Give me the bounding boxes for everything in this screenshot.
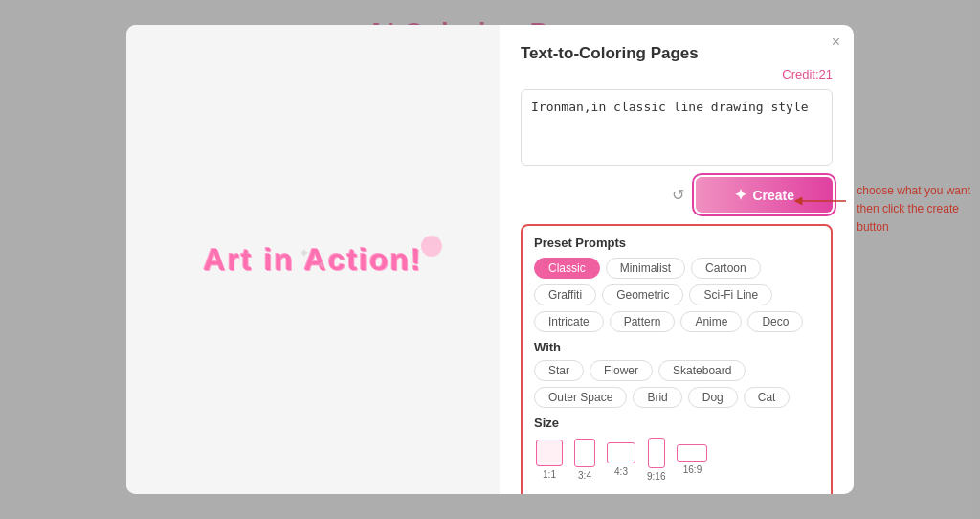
tag-anime[interactable]: Anime [680,311,742,332]
tag-skateboard[interactable]: Skateboard [658,360,746,381]
size-1x1-icon [536,440,563,466]
controls-row: ↺ ✦ Create [521,177,833,213]
modal-container: ✦ ✧ Art in Action! × Text-to-Coloring Pa… [126,25,854,494]
tag-intricate[interactable]: Intricate [534,311,604,332]
tag-cartoon[interactable]: Cartoon [691,258,761,279]
size-16x9[interactable]: 16:9 [675,442,709,477]
with-tags-row: Star Flower Skateboard Outer Space Brid … [534,360,819,408]
prompt-input[interactable]: Ironman,in classic line drawing style [521,89,833,166]
credit-display: Credit:21 [521,67,833,81]
size-3x4-label: 3:4 [578,470,591,481]
style-tags-row: Classic Minimalist Cartoon Graffiti Geom… [534,258,819,332]
annotation-area: choose what you want then click the crea… [793,182,970,237]
size-16x9-label: 16:9 [683,464,702,475]
size-16x9-icon [677,444,707,462]
history-row: 🕐 History(4 / 5) [534,493,819,494]
tag-star[interactable]: Star [534,360,584,381]
star-decoration: ✦ [299,245,310,260]
preset-prompts-section: Preset Prompts Classic Minimalist Cartoo… [521,224,833,494]
tag-pattern[interactable]: Pattern [610,311,676,332]
size-1x1[interactable]: 1:1 [534,438,565,482]
tag-dog[interactable]: Dog [688,387,738,408]
size-9x16-icon [648,438,665,468]
create-label: Create [752,188,794,203]
size-label: Size [534,416,819,430]
modal-title: Text-to-Coloring Pages [521,44,833,63]
tag-scifi[interactable]: Sci-Fi Line [689,284,772,305]
tag-classic[interactable]: Classic [534,258,600,279]
arrow-icon [793,187,851,215]
size-9x16-label: 9:16 [647,471,665,482]
tag-brid[interactable]: Brid [633,387,681,408]
history-clock-icon: 🕐 [534,493,553,494]
tag-outer-space[interactable]: Outer Space [534,387,627,408]
modal-right-panel: × Text-to-Coloring Pages Credit:21 Ironm… [500,25,854,494]
size-3x4-icon [574,439,595,467]
tag-geometric[interactable]: Geometric [602,284,683,305]
tag-minimalist[interactable]: Minimalist [606,258,685,279]
tag-graffiti[interactable]: Graffiti [534,284,596,305]
annotation-text: choose what you want then click the crea… [857,182,970,237]
modal-left-panel: ✦ ✧ Art in Action! [126,25,500,494]
art-in-action-text: Art in Action! [203,241,422,278]
reset-button[interactable]: ↺ [668,182,688,208]
size-4x3-label: 4:3 [614,466,628,477]
size-options-row: 1:1 3:4 4:3 9:16 [534,436,819,484]
size-4x3-icon [607,442,635,463]
with-label: With [534,340,819,354]
tag-deco[interactable]: Deco [747,311,803,332]
tag-flower[interactable]: Flower [590,360,653,381]
close-button[interactable]: × [832,34,840,50]
size-1x1-label: 1:1 [543,469,556,480]
tag-cat[interactable]: Cat [744,387,791,408]
create-plus-icon: ✦ [734,186,746,204]
size-4x3[interactable]: 4:3 [605,440,637,479]
size-3x4[interactable]: 3:4 [572,437,597,483]
star-decoration-small: ✧ [318,260,325,270]
modal-overlay: ✦ ✧ Art in Action! × Text-to-Coloring Pa… [0,0,980,519]
size-9x16[interactable]: 9:16 [645,436,667,484]
preset-section-label: Preset Prompts [534,236,819,250]
bubble-decoration [421,236,442,257]
